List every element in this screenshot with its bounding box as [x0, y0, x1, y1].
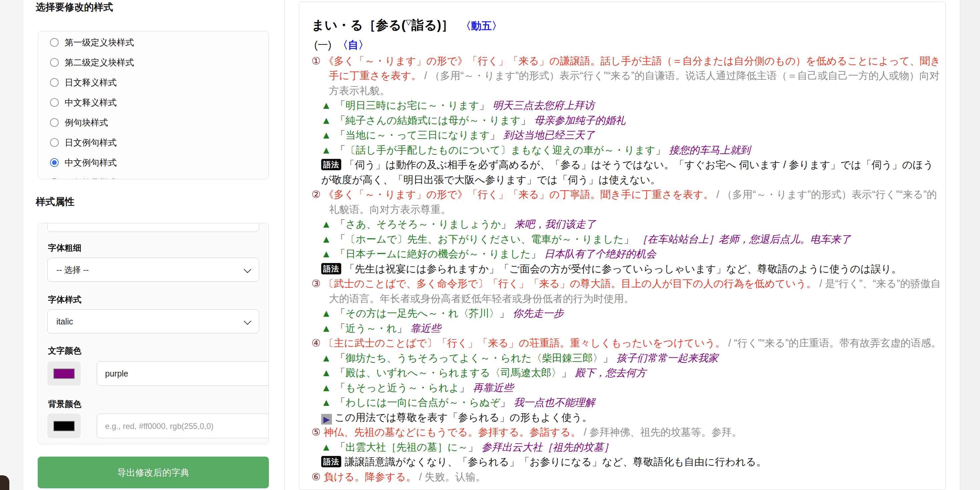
style-option[interactable]: 中文释义样式 [38, 93, 269, 112]
radio-icon[interactable] [50, 138, 59, 147]
text-color-label: 文字颜色 [48, 345, 81, 356]
text-segment: 接您的车马上就到 [669, 144, 750, 156]
style-option-label: 中文释义样式 [65, 97, 117, 109]
radio-selected-icon[interactable] [50, 158, 59, 167]
text-color-row [48, 361, 259, 386]
text-segment: 「 [335, 322, 345, 334]
entry-line-def: ④〔主に武士のことばで〕「行く」「来る」の荘重語。重々しくもったいをつけていう。… [312, 335, 941, 351]
chevron-down-icon [244, 266, 251, 273]
entry-line-ex: ▲「殿は、いずれへ～・られまする〈司馬遼太郎〉」殿下，您去何方 [321, 365, 941, 380]
example-triangle-icon: ▲ [321, 382, 331, 393]
text-segment: さあ、そろそろ～・りましょうか [345, 218, 501, 230]
text-segment: 《多く「～・ります」の形で》「行く」「来る」の丁寧語。聞き手に丁重さを表す。 [323, 188, 713, 200]
entry-body: ①《多く「～・ります」の形で》「行く」「来る」の謙譲語。話し手が主語（＝自分また… [312, 53, 941, 484]
radio-icon[interactable] [50, 178, 59, 179]
radio-icon[interactable] [50, 58, 59, 67]
text-segment: 「 [335, 233, 345, 245]
entry-line-ex: ▲「その方は一足先へ～・れ〈芥川〉」你先走一步 [321, 306, 941, 321]
radio-icon[interactable] [50, 118, 59, 127]
text-segment: 近う～・れ [345, 322, 397, 334]
style-option-label: 中文例句样式 [65, 157, 117, 169]
section-tag: 〈自〉 [337, 39, 369, 51]
text-segment: 」 [459, 382, 470, 393]
style-option[interactable]: 第二级定义块样式 [38, 53, 269, 72]
pos-tag: 〈動五〉 [461, 20, 502, 32]
dictionary-entry: まい・る［参る(▽詣る)］ 〈動五〉 (一) 〈自〉 ①《多く「～・ります」の形… [299, 2, 945, 484]
bg-color-input[interactable] [97, 413, 269, 438]
text-segment: 〔話し手が手配したものについて〕まもなく迎えの車が～・ります [345, 144, 655, 156]
radio-icon[interactable] [50, 98, 59, 107]
style-option[interactable]: 例句块样式 [38, 112, 269, 132]
bg-color-row [48, 413, 259, 438]
entry-line-ex: ▲「御坊たち、うちそろってよく～・られた〈柴田錬三郎〉」孩子们常常一起来我家 [321, 351, 941, 366]
example-triangle-icon: ▲ [321, 233, 331, 245]
text-segment: 〔ホームで〕先生、お下がりください、電車が～・りました [345, 233, 624, 245]
headword: まい・る［参る(▽詣る)］ [312, 18, 454, 32]
usage-pointer-icon: ▶ [321, 414, 332, 425]
example-triangle-icon: ▲ [321, 129, 331, 140]
grammar-badge: 語法 [321, 456, 341, 467]
text-segment: 」 [521, 115, 531, 126]
style-option[interactable]: 三角符号样式 [38, 172, 269, 179]
text-segment: 明天三点去您府上拜访 [493, 99, 594, 111]
example-triangle-icon: ▲ [321, 99, 331, 111]
text-segment: 「 [335, 397, 345, 408]
text-segment: 」 [624, 233, 634, 245]
entry-line-ex: ▲「わしには一向に合点が～・らぬぞ」我一点也不能理解 [321, 395, 941, 410]
text-segment: 你先走一步 [513, 307, 564, 319]
text-segment: 靠近些 [410, 322, 441, 334]
text-segment: 」 [603, 352, 613, 364]
bg-color-label: 背景颜色 [48, 399, 81, 410]
text-segment: その方は一足先へ～・れ〈芥川〉 [345, 307, 500, 319]
entry-line-def: ①《多く「～・ります」の形で》「行く」「来る」の謙譲語。話し手が主語（＝自分また… [312, 53, 941, 98]
text-segment: / [421, 70, 430, 81]
radio-icon[interactable] [50, 78, 59, 87]
text-segment: 「 [335, 144, 345, 156]
entry-line-note: 語法謙譲語意識がなくなり、「参られる」「お参りになる」など、尊敬語化も自由に行わ… [321, 454, 941, 469]
example-triangle-icon: ▲ [321, 218, 331, 230]
text-color-input[interactable] [97, 361, 269, 386]
page-scrollbar[interactable] [960, 0, 980, 490]
sidebar-title: 选择要修改的样式 [36, 1, 113, 14]
cut-off-input[interactable] [48, 223, 259, 232]
text-segment: 「 [335, 115, 345, 126]
text-segment: 日本チームに絶好の機会が～・りました [345, 248, 531, 259]
entry-line-ex: ▲「明日三時にお宅に～・ります」明天三点去您府上拜访 [321, 98, 941, 113]
text-segment: 〔武士のことばで、多く命令形で〕「行く」「来る」の尊大語。目上の人が目下の人の行… [323, 278, 816, 289]
text-segment: 」 [500, 397, 511, 408]
example-triangle-icon: ▲ [321, 115, 331, 126]
style-option[interactable]: 日文例句样式 [38, 132, 269, 153]
entry-line-ex: ▲「〔話し手が手配したものについて〕まもなく迎えの車が～・ります」接您的车马上就… [321, 142, 941, 158]
radio-icon[interactable] [50, 38, 59, 47]
text-segment: 日本队有了个绝好的机会 [544, 248, 657, 259]
text-segment: 神仏、先祖の墓などにもうでる。参拝する。参詣する。 [323, 426, 581, 437]
definition-number: ③ [312, 278, 321, 289]
text-segment: 「 [335, 248, 345, 259]
export-dictionary-button[interactable]: 导出修改后的字典 [38, 456, 269, 488]
text-color-swatch[interactable] [48, 361, 81, 386]
bg-color-swatch[interactable] [48, 413, 81, 438]
text-segment: 「 [335, 129, 345, 140]
font-style-select[interactable]: italic [48, 310, 259, 334]
text-segment: 」 [500, 307, 510, 319]
text-segment: 」 [468, 441, 478, 453]
entry-header: まい・る［参る(▽詣る)］ 〈動五〉 [312, 13, 941, 37]
text-segment: 孩子们常常一起来我家 [616, 352, 718, 364]
example-triangle-icon: ▲ [321, 144, 331, 156]
text-segment: “行く”“来る”的庄重语。带有故弄玄虚的语感。 [734, 337, 941, 348]
entry-section: (一) 〈自〉 [312, 37, 941, 53]
text-segment: / [416, 471, 425, 482]
example-triangle-icon: ▲ [321, 352, 331, 364]
text-segment: / [816, 278, 825, 289]
entry-line-point: ▶この用法では尊敬を表す「参られる」の形もよく使う。 [321, 410, 941, 425]
font-weight-value: -- 选择 -- [56, 265, 89, 275]
text-segment: 殿下，您去何方 [575, 367, 646, 378]
definition-number: ⑥ [312, 471, 321, 482]
style-option[interactable]: 中文例句样式 [38, 153, 269, 172]
text-segment: 明日三時にお宅に～・ります [345, 99, 479, 111]
style-option[interactable]: 第一级定义块样式 [38, 32, 269, 53]
text-segment: 〔主に武士のことばで〕「行く」「来る」の荘重語。重々しくもったいをつけていう。 [323, 337, 725, 348]
font-weight-select[interactable]: -- 选择 -- [48, 258, 259, 282]
style-option[interactable]: 日文释义样式 [38, 72, 269, 93]
text-segment: 母亲参加纯子的婚礼 [534, 115, 626, 126]
